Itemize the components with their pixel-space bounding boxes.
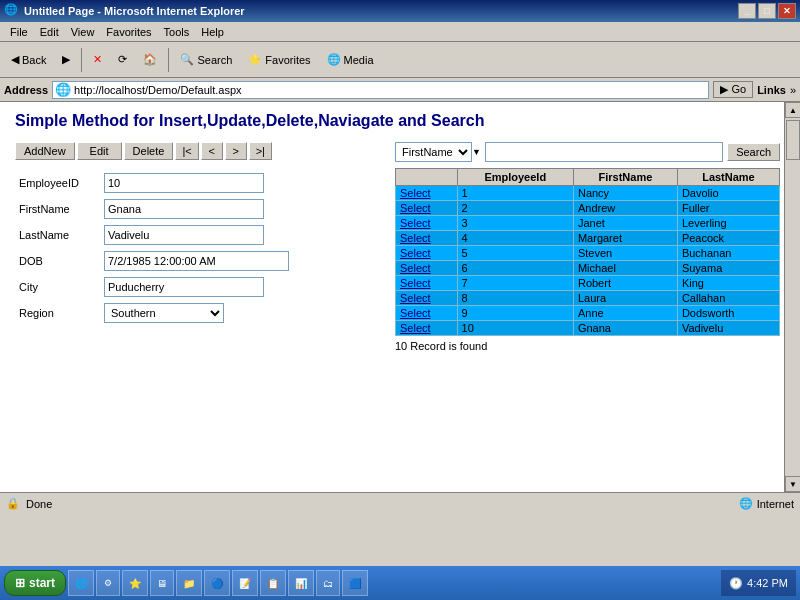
taskbar: ⊞ start 🌐 ⚙ ⭐ 🖥 📁 🔵 📝 📋 📊 🗂 🟦 🕐 4:42 PM: [0, 566, 800, 600]
select-link[interactable]: Select: [400, 187, 431, 199]
employee-id-input[interactable]: [104, 173, 264, 193]
links-chevron-icon: »: [790, 84, 796, 96]
select-col-header: [396, 169, 458, 186]
search-button[interactable]: Search: [727, 143, 780, 161]
employee-id-label: EmployeeID: [15, 170, 100, 196]
ie-page-icon: 🌐: [55, 82, 71, 97]
internet-zone-icon: 🌐: [739, 497, 753, 510]
taskbar-item-8[interactable]: 📋: [260, 570, 286, 596]
favorites-label: Favorites: [265, 54, 310, 66]
emp-id-cell: 2: [457, 201, 573, 216]
select-cell: Select: [396, 246, 458, 261]
maximize-button[interactable]: □: [758, 3, 776, 19]
last-name-cell: Vadivelu: [677, 321, 779, 336]
taskbar-item-6[interactable]: 🔵: [204, 570, 230, 596]
first-name-cell: Nancy: [573, 186, 677, 201]
select-link[interactable]: Select: [400, 232, 431, 244]
table-row: Select 6 Michael Suyama: [396, 261, 780, 276]
search-field-select[interactable]: FirstName LastName City: [395, 142, 472, 162]
menu-tools[interactable]: Tools: [158, 24, 196, 40]
menu-view[interactable]: View: [65, 24, 101, 40]
select-link[interactable]: Select: [400, 322, 431, 334]
menu-file[interactable]: File: [4, 24, 34, 40]
window-controls[interactable]: _ □ ✕: [738, 3, 796, 19]
select-link[interactable]: Select: [400, 247, 431, 259]
add-new-button[interactable]: AddNew: [15, 142, 75, 160]
emp-id-cell: 6: [457, 261, 573, 276]
scroll-up-button[interactable]: ▲: [785, 102, 800, 118]
taskbar-item-3[interactable]: ⭐: [122, 570, 148, 596]
delete-button[interactable]: Delete: [124, 142, 174, 160]
links-label: Links: [757, 84, 786, 96]
first-button[interactable]: |<: [175, 142, 198, 160]
status-right: 🌐 Internet: [739, 497, 794, 510]
select-link[interactable]: Select: [400, 277, 431, 289]
last-name-col-header: LastName: [677, 169, 779, 186]
select-cell: Select: [396, 201, 458, 216]
back-button[interactable]: ◀ Back: [4, 49, 53, 70]
first-name-cell: Robert: [573, 276, 677, 291]
first-name-cell: Margaret: [573, 231, 677, 246]
scroll-down-button[interactable]: ▼: [785, 476, 800, 492]
form-buttons: AddNew Edit Delete |< < > >|: [15, 142, 380, 160]
scroll-thumb[interactable]: [786, 120, 800, 160]
region-select[interactable]: Southern Northern Eastern Western: [104, 303, 224, 323]
scrollbar[interactable]: ▲ ▼: [784, 102, 800, 492]
select-link[interactable]: Select: [400, 217, 431, 229]
favorites-button[interactable]: ⭐ Favorites: [241, 49, 317, 70]
select-link[interactable]: Select: [400, 307, 431, 319]
home-button[interactable]: 🏠: [136, 49, 164, 70]
taskbar-item-11[interactable]: 🟦: [342, 570, 368, 596]
dob-label: DOB: [15, 248, 100, 274]
select-cell: Select: [396, 291, 458, 306]
search-input[interactable]: [485, 142, 723, 162]
search-toolbar-label: Search: [197, 54, 232, 66]
close-button[interactable]: ✕: [778, 3, 796, 19]
taskbar-item-10[interactable]: 🗂: [316, 570, 340, 596]
next-button[interactable]: >: [225, 142, 247, 160]
search-toolbar-button[interactable]: 🔍 Search: [173, 49, 239, 70]
last-name-label: LastName: [15, 222, 100, 248]
select-link[interactable]: Select: [400, 202, 431, 214]
taskbar-item-1[interactable]: 🌐: [68, 570, 94, 596]
star-icon: ⭐: [248, 53, 262, 66]
city-input[interactable]: [104, 277, 264, 297]
first-name-col-header: FirstName: [573, 169, 677, 186]
status-bar: 🔒 Done 🌐 Internet: [0, 492, 800, 514]
go-icon: ▶: [720, 83, 728, 95]
main-layout: AddNew Edit Delete |< < > >| EmployeeID …: [15, 142, 780, 352]
edit-button[interactable]: Edit: [77, 142, 122, 160]
refresh-icon: ⟳: [118, 53, 127, 66]
window-title: Untitled Page - Microsoft Internet Explo…: [24, 5, 738, 17]
taskbar-item-5[interactable]: 📁: [176, 570, 202, 596]
emp-id-cell: 5: [457, 246, 573, 261]
media-button[interactable]: 🌐 Media: [320, 49, 381, 70]
first-name-cell: Laura: [573, 291, 677, 306]
taskbar-item-9[interactable]: 📊: [288, 570, 314, 596]
emp-id-col-header: EmployeeId: [457, 169, 573, 186]
record-count: 10 Record is found: [395, 340, 780, 352]
url-input[interactable]: [74, 84, 660, 96]
last-name-input[interactable]: [104, 225, 264, 245]
menu-help[interactable]: Help: [195, 24, 230, 40]
go-button[interactable]: ▶ Go: [713, 81, 753, 98]
table-header-row: EmployeeId FirstName LastName: [396, 169, 780, 186]
system-clock: 🕐 4:42 PM: [721, 570, 796, 596]
prev-button[interactable]: <: [201, 142, 223, 160]
stop-button[interactable]: ✕: [86, 49, 109, 70]
select-cell: Select: [396, 276, 458, 291]
last-button[interactable]: >|: [249, 142, 272, 160]
taskbar-item-7[interactable]: 📝: [232, 570, 258, 596]
menu-favorites[interactable]: Favorites: [100, 24, 157, 40]
menu-edit[interactable]: Edit: [34, 24, 65, 40]
select-link[interactable]: Select: [400, 292, 431, 304]
dob-input[interactable]: [104, 251, 289, 271]
minimize-button[interactable]: _: [738, 3, 756, 19]
select-link[interactable]: Select: [400, 262, 431, 274]
first-name-input[interactable]: [104, 199, 264, 219]
taskbar-item-2[interactable]: ⚙: [96, 570, 120, 596]
taskbar-item-4[interactable]: 🖥: [150, 570, 174, 596]
refresh-button[interactable]: ⟳: [111, 49, 134, 70]
forward-button[interactable]: ▶: [55, 49, 77, 70]
start-button[interactable]: ⊞ start: [4, 570, 66, 596]
